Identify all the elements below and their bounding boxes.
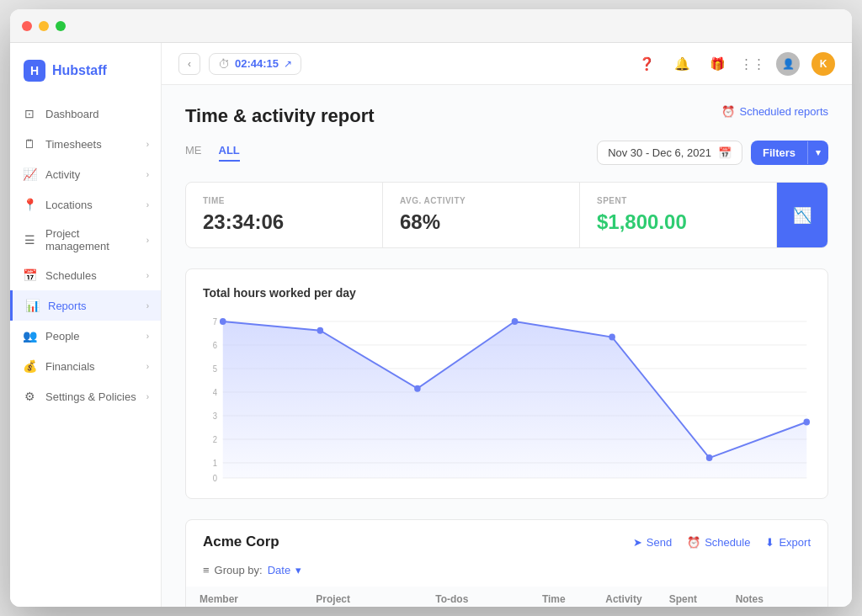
stat-label-time: TIME xyxy=(203,196,365,205)
sidebar-logo-text: Hubstaff xyxy=(52,63,107,78)
notifications-icon[interactable]: 🔔 xyxy=(670,52,694,76)
sidebar-item-dashboard[interactable]: ⊡ Dashboard xyxy=(10,98,161,129)
calendar-icon: 📅 xyxy=(718,146,732,159)
group-by-selector[interactable]: Date ▾ xyxy=(268,564,301,576)
svg-text:3: 3 xyxy=(213,412,217,421)
sidebar-item-people[interactable]: 👥 People › xyxy=(10,321,161,351)
chart-container: 7 6 5 4 3 2 1 0 xyxy=(203,313,811,481)
page-header: Time & activity report ⏰ Scheduled repor… xyxy=(185,105,828,127)
locations-icon: 📍 xyxy=(22,197,37,212)
date-picker[interactable]: Nov 30 - Dec 6, 2021 📅 xyxy=(597,141,742,165)
back-button[interactable]: ‹ xyxy=(178,53,200,75)
stat-value-time: 23:34:06 xyxy=(203,210,365,234)
app-body: H Hubstaff ⊡ Dashboard 🗒 Timesheets › 📈 … xyxy=(10,43,852,607)
sidebar-item-label: Dashboard xyxy=(45,108,149,120)
table-actions: ➤ Send ⏰ Schedule ⬇ Export xyxy=(633,536,811,549)
tab-me[interactable]: ME xyxy=(185,144,202,162)
user-initial-badge[interactable]: K xyxy=(811,52,835,76)
timer-box: ⏱ 02:44:15 ↗ xyxy=(209,53,301,75)
reports-icon: 📊 xyxy=(24,298,40,313)
scheduled-reports-icon: ⏰ xyxy=(721,105,735,118)
filters-chevron-icon[interactable]: ▾ xyxy=(807,141,828,164)
user-avatar[interactable]: 👤 xyxy=(776,52,800,76)
grid-icon[interactable]: ⋮⋮ xyxy=(741,52,764,76)
people-icon: 👥 xyxy=(22,328,37,343)
app-window: H Hubstaff ⊡ Dashboard 🗒 Timesheets › 📈 … xyxy=(10,9,852,607)
sidebar-item-project-management[interactable]: ☰ Project management › xyxy=(10,220,161,260)
table-head: Member Project To-dos Time Activity Spen… xyxy=(186,587,827,607)
table-company-name: Acme Corp xyxy=(203,534,279,550)
gift-icon[interactable]: 🎁 xyxy=(705,52,729,76)
sidebar-item-reports[interactable]: 📊 Reports › xyxy=(10,290,161,321)
topbar-actions: ❓ 🔔 🎁 ⋮⋮ 👤 K xyxy=(635,52,835,76)
timer-value: 02:44:15 xyxy=(235,57,279,70)
titlebar xyxy=(10,9,852,43)
sidebar-item-timesheets[interactable]: 🗒 Timesheets › xyxy=(10,129,161,159)
stat-chart-action[interactable]: 📉 xyxy=(777,183,827,247)
group-by-label: Group by: xyxy=(215,564,263,576)
chevron-right-icon: › xyxy=(146,362,149,371)
stat-card-spent: SPENT $1,800.00 xyxy=(580,183,777,247)
col-header-time: Time xyxy=(529,587,592,607)
chevron-right-icon: › xyxy=(146,140,149,149)
chevron-right-icon: › xyxy=(146,170,149,179)
table-section: Acme Corp ➤ Send ⏰ Schedule ⬇ xyxy=(185,519,828,607)
stat-card-avg-activity: AVG. ACTIVITY 68% xyxy=(383,183,580,247)
svg-point-17 xyxy=(220,318,226,325)
help-icon[interactable]: ❓ xyxy=(635,52,658,76)
sidebar-item-label: Schedules xyxy=(45,269,146,282)
send-button[interactable]: ➤ Send xyxy=(633,536,672,549)
sidebar-item-label: Project management xyxy=(45,227,146,252)
sidebar-item-financials[interactable]: 💰 Financials › xyxy=(10,351,161,381)
main-content: ‹ ⏱ 02:44:15 ↗ ❓ 🔔 🎁 ⋮⋮ 👤 K xyxy=(162,43,852,607)
sidebar-item-settings-policies[interactable]: ⚙ Settings & Policies › xyxy=(10,381,161,412)
svg-text:7: 7 xyxy=(213,317,217,327)
table-header: Acme Corp ➤ Send ⏰ Schedule ⬇ xyxy=(186,520,827,559)
filters-button[interactable]: Filters ▾ xyxy=(751,141,828,165)
chart-icon: 📉 xyxy=(793,206,811,225)
svg-point-18 xyxy=(317,327,324,334)
timer-icon: ⏱ xyxy=(218,57,230,71)
tab-all[interactable]: ALL xyxy=(219,144,240,162)
group-by-row: ≡ Group by: Date ▾ xyxy=(186,559,827,587)
stat-value-spent: $1,800.00 xyxy=(597,210,759,234)
topbar: ‹ ⏱ 02:44:15 ↗ ❓ 🔔 🎁 ⋮⋮ 👤 K xyxy=(162,43,852,85)
svg-point-21 xyxy=(609,334,615,341)
project-management-icon: ☰ xyxy=(22,232,37,247)
col-header-project: Project xyxy=(302,587,422,607)
scheduled-reports-label: Scheduled reports xyxy=(739,105,828,118)
sidebar-item-label: Financials xyxy=(45,360,146,373)
schedule-label: Schedule xyxy=(705,536,750,549)
svg-point-23 xyxy=(803,419,810,426)
svg-text:5: 5 xyxy=(213,364,218,374)
sidebar-item-schedules[interactable]: 📅 Schedules › xyxy=(10,260,161,290)
chevron-right-icon: › xyxy=(146,271,149,280)
activity-icon: 📈 xyxy=(22,167,37,182)
chart-svg: 7 6 5 4 3 2 1 0 xyxy=(203,313,811,481)
export-button[interactable]: ⬇ Export xyxy=(765,536,811,549)
close-button[interactable] xyxy=(22,21,32,31)
sidebar-item-label: Timesheets xyxy=(45,138,146,151)
scheduled-reports-link[interactable]: ⏰ Scheduled reports xyxy=(721,105,828,118)
financials-icon: 💰 xyxy=(22,358,37,374)
group-by-value: Date xyxy=(268,564,290,576)
minimize-button[interactable] xyxy=(39,21,49,31)
timer-expand-icon[interactable]: ↗ xyxy=(284,58,292,70)
col-header-activity: Activity xyxy=(592,587,655,607)
chevron-right-icon: › xyxy=(146,392,149,401)
filters-button-label: Filters xyxy=(751,141,807,165)
stats-row: TIME 23:34:06 AVG. ACTIVITY 68% SPENT $1… xyxy=(185,182,828,248)
sidebar-item-activity[interactable]: 📈 Activity › xyxy=(10,159,161,189)
page-title: Time & activity report xyxy=(185,105,375,127)
export-label: Export xyxy=(779,536,811,549)
data-table: Member Project To-dos Time Activity Spen… xyxy=(186,587,827,607)
date-range-text: Nov 30 - Dec 6, 2021 xyxy=(608,146,711,159)
chevron-right-icon: › xyxy=(146,200,149,210)
stat-value-avg-activity: 68% xyxy=(400,210,562,234)
maximize-button[interactable] xyxy=(56,21,66,31)
col-header-todos: To-dos xyxy=(422,587,529,607)
svg-point-19 xyxy=(414,385,421,392)
stat-card-time: TIME 23:34:06 xyxy=(186,183,383,247)
schedule-button[interactable]: ⏰ Schedule xyxy=(687,536,750,549)
sidebar-item-locations[interactable]: 📍 Locations › xyxy=(10,189,161,220)
